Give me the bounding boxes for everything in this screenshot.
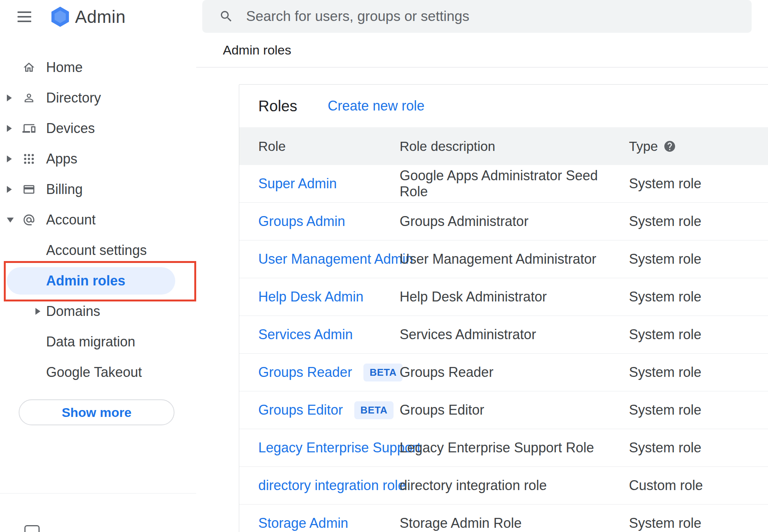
role-description: Legacy Enterprise Support Role [400,440,629,456]
role-type: System role [629,289,768,305]
billing-icon [22,183,35,196]
table-row: Groups Admin Groups Administrator System… [239,203,768,240]
sidebar-item-label: Home [46,59,83,75]
role-link[interactable]: Groups Admin [258,213,345,229]
role-description: Storage Admin Role [400,515,629,531]
search-icon [219,9,234,24]
table-row: Groups Editor BETA Groups Editor System … [239,391,768,429]
roles-card: Roles Create new role Role Role descript… [239,84,768,532]
sidebar-item-data-migration[interactable]: Data migration [0,327,196,357]
menu-icon[interactable] [18,11,35,22]
chevron-right-icon [7,186,22,193]
role-type: System role [629,176,768,192]
apps-icon [22,152,35,165]
role-type: System role [629,251,768,267]
role-type: System role [629,213,768,229]
show-more-button[interactable]: Show more [19,399,174,425]
sidebar-item-label: Account [46,212,96,228]
role-type: System role [629,402,768,418]
table-header-row: Role Role description Type [239,127,768,165]
account-icon [22,213,35,226]
role-cell: Help Desk Admin [258,289,400,305]
role-link[interactable]: Super Admin [258,176,337,192]
sidebar-item-account[interactable]: Account [0,205,196,235]
role-description: Groups Editor [400,402,629,418]
role-cell: Groups Editor BETA [258,401,400,419]
create-new-role-link[interactable]: Create new role [328,98,424,114]
admin-logo-icon [49,6,71,28]
sidebar-item-devices[interactable]: Devices [0,113,196,144]
role-cell: Groups Admin [258,213,400,229]
role-link[interactable]: Storage Admin [258,515,348,531]
sidebar: Admin Home Directory Devices Apps Billin… [0,0,196,532]
role-link[interactable]: Groups Reader [258,364,352,380]
menu-bar [18,16,31,18]
devices-icon [22,122,35,135]
role-description: Groups Reader [400,364,629,380]
sidebar-item-billing[interactable]: Billing [0,174,196,205]
sidebar-item-label: Google Takeout [46,364,142,380]
sidebar-item-label: Directory [46,90,101,106]
sidebar-item-domains[interactable]: Domains [0,296,196,327]
table-row: Storage Admin Storage Admin Role System … [239,505,768,532]
chevron-right-icon [7,95,22,101]
sidebar-item-label: Account settings [46,242,147,258]
app-root: Admin Home Directory Devices Apps Billin… [0,0,768,532]
menu-bar [18,11,31,13]
role-type: Custom role [629,478,768,494]
role-link[interactable]: User Management Admin [258,251,413,267]
role-type: System role [629,440,768,456]
menu-bar [18,21,31,22]
role-type: System role [629,327,768,343]
help-icon[interactable] [663,140,676,153]
role-type: System role [629,515,768,531]
search-bar[interactable] [202,0,752,33]
column-header-role: Role [258,139,400,154]
search-input[interactable] [245,8,752,25]
beta-badge: BETA [354,401,394,419]
column-header-type: Type [629,139,768,154]
sidebar-item-apps[interactable]: Apps [0,144,196,174]
show-more-wrap: Show more [0,399,196,425]
chevron-right-icon [7,125,22,132]
breadcrumb-row: Admin roles [196,33,768,67]
chevron-right-icon [7,155,22,162]
role-link[interactable]: Services Admin [258,327,353,343]
role-description: Groups Administrator [400,213,629,229]
sidebar-item-account-settings[interactable]: Account settings [0,235,196,266]
breadcrumb: Admin roles [223,43,291,58]
main-area: Admin roles Roles Create new role Role R… [196,0,768,532]
role-description: User Management Administrator [400,251,629,267]
role-cell: Services Admin [258,327,400,343]
role-description: directory integration role [400,478,629,494]
sidebar-item-label: Apps [46,151,77,167]
role-cell: directory integration role [258,478,400,494]
role-cell: Groups Reader BETA [258,364,400,381]
sidebar-nav: Home Directory Devices Apps Billing Acco… [0,52,196,388]
role-link[interactable]: Legacy Enterprise Support [258,440,421,456]
sidebar-item-google-takeout[interactable]: Google Takeout [0,357,196,388]
header-divider [196,67,768,67]
role-description: Google Apps Administrator Seed Role [400,168,629,200]
table-row: directory integration role directory int… [239,467,768,505]
directory-icon [22,91,35,104]
table-row: User Management Admin User Management Ad… [239,240,768,278]
sidebar-item-home[interactable]: Home [0,52,196,83]
home-icon [22,61,35,74]
role-link[interactable]: Groups Editor [258,402,343,418]
sidebar-item-label: Admin roles [46,273,125,289]
role-link[interactable]: directory integration role [258,478,405,494]
sidebar-item-admin-roles[interactable]: Admin roles [0,266,196,296]
role-link[interactable]: Help Desk Admin [258,289,363,305]
sidebar-item-directory[interactable]: Directory [0,83,196,113]
brand-title: Admin [75,6,126,27]
beta-badge: BETA [363,364,403,381]
role-description: Services Administrator [400,327,629,343]
role-cell: Storage Admin [258,515,400,531]
card-title: Roles [258,98,297,115]
role-cell: Super Admin [258,176,400,192]
table-row: Groups Reader BETA Groups Reader System … [239,354,768,391]
partial-bottom-icon [24,525,40,532]
table-row: Services Admin Services Administrator Sy… [239,316,768,354]
table-row: Super Admin Google Apps Administrator Se… [239,165,768,203]
